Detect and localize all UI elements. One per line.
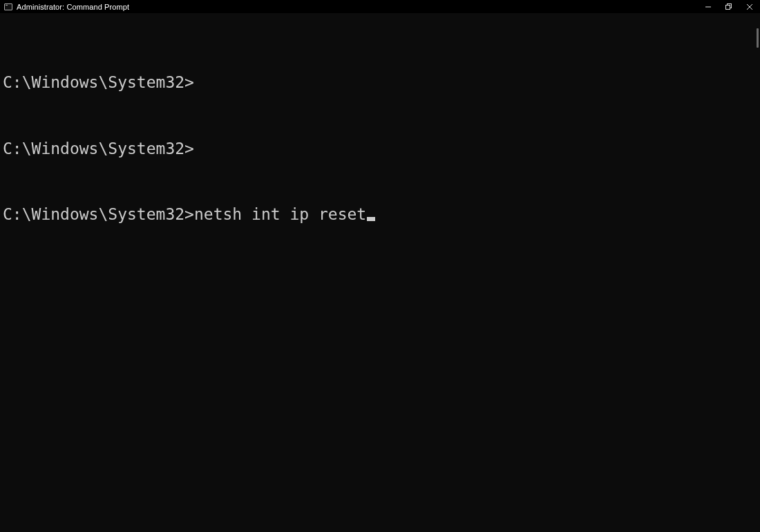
prompt-text: C:\Windows\System32> (3, 205, 194, 223)
terminal-line: C:\Windows\System32> (3, 72, 757, 94)
terminal-line: C:\Windows\System32>netsh int ip reset (3, 204, 757, 226)
minimize-button[interactable] (698, 0, 719, 13)
close-button[interactable] (739, 0, 760, 13)
prompt-text: C:\Windows\System32> (3, 73, 194, 91)
terminal-line: C:\Windows\System32> (3, 138, 757, 160)
svg-rect-2 (726, 5, 730, 9)
app-icon (4, 3, 12, 10)
text-cursor (367, 217, 375, 221)
restore-icon (725, 3, 732, 10)
window-controls (698, 0, 760, 13)
titlebar-text: Administrator: Command Prompt (17, 3, 129, 11)
titlebar[interactable]: Administrator: Command Prompt (0, 0, 760, 13)
command-prompt-window: Administrator: Command Prompt (0, 0, 760, 532)
terminal-output[interactable]: C:\Windows\System32> C:\Windows\System32… (0, 13, 760, 532)
prompt-text: C:\Windows\System32> (3, 140, 194, 158)
close-icon (746, 3, 753, 10)
scrollbar-thumb[interactable] (757, 28, 759, 48)
maximize-button[interactable] (719, 0, 739, 13)
minimize-icon (705, 3, 712, 10)
input-text: netsh int ip reset (194, 205, 366, 223)
